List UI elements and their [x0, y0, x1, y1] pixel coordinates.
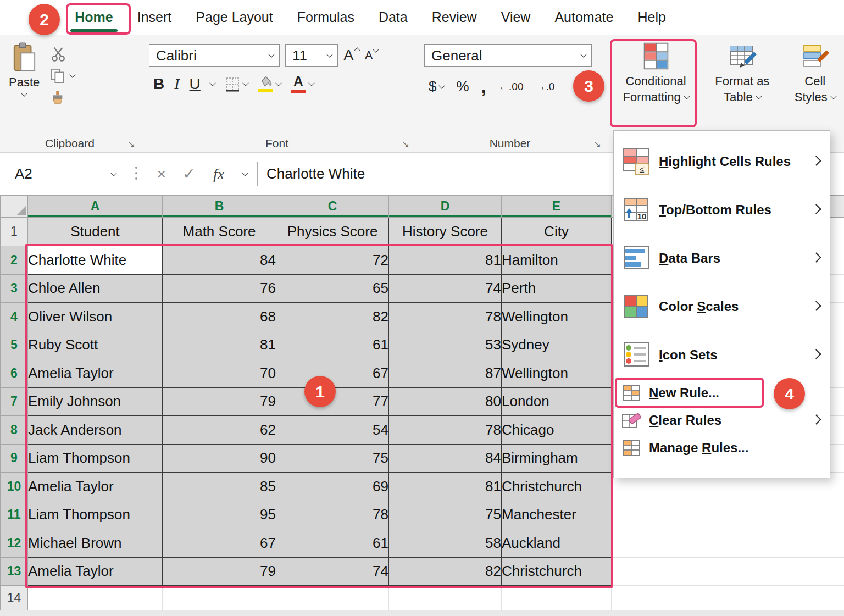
cell[interactable]: Math Score	[163, 218, 276, 246]
format-painter-button[interactable]	[51, 90, 75, 106]
cell[interactable]: Chloe Allen	[28, 274, 163, 303]
borders-button[interactable]	[225, 76, 248, 92]
cell[interactable]: 65	[276, 274, 389, 303]
select-all-corner[interactable]	[1, 196, 28, 218]
cell[interactable]: Amelia Taylor	[28, 473, 163, 501]
cell[interactable]: 78	[276, 501, 389, 529]
row-header[interactable]: 10	[1, 473, 28, 501]
cell[interactable]: 72	[276, 246, 389, 275]
column-header-d[interactable]: D	[389, 196, 502, 218]
cell[interactable]: 58	[389, 529, 502, 558]
cell[interactable]: 74	[389, 274, 502, 303]
cell[interactable]: 81	[389, 246, 502, 275]
cell[interactable]: Birmingham	[502, 444, 612, 473]
grow-font-button[interactable]: A	[343, 47, 359, 64]
fill-color-button[interactable]	[258, 75, 281, 92]
currency-button[interactable]: $	[429, 78, 444, 95]
cell[interactable]: 70	[163, 359, 276, 388]
menu-item-icon-sets[interactable]: Icon Sets	[614, 331, 830, 379]
enter-button[interactable]: ✓	[177, 162, 201, 186]
cell[interactable]: 80	[389, 387, 502, 416]
cell[interactable]	[612, 501, 728, 529]
cell-styles-button[interactable]: Cell Styles	[788, 42, 842, 105]
row-header[interactable]: 2	[1, 246, 28, 275]
row-header[interactable]: 3	[1, 274, 28, 303]
cell[interactable]: Michael Brown	[28, 529, 163, 558]
tab-insert[interactable]: Insert	[125, 0, 184, 35]
copy-button[interactable]	[51, 68, 75, 84]
cell[interactable]: 79	[163, 557, 276, 586]
cell[interactable]: 75	[276, 444, 389, 473]
cell[interactable]: Auckland	[502, 529, 612, 558]
cell[interactable]	[502, 586, 612, 611]
cell[interactable]: 78	[389, 416, 502, 445]
cell[interactable]	[612, 557, 728, 586]
shrink-font-button[interactable]: A	[365, 48, 379, 63]
decrease-decimal-button[interactable]: →.0	[535, 81, 554, 93]
tab-home[interactable]: Home	[63, 0, 125, 35]
menu-item-highlight-cells-rules[interactable]: ≤ Highlight Cells Rules	[614, 137, 830, 186]
cell[interactable]: Wellington	[502, 359, 612, 388]
column-header-b[interactable]: B	[163, 196, 276, 218]
cell[interactable]: 85	[163, 473, 276, 501]
cell[interactable]: 84	[163, 246, 276, 275]
percent-button[interactable]: %	[456, 78, 469, 95]
cell[interactable]: Emily Johnson	[28, 387, 163, 416]
tab-view[interactable]: View	[489, 0, 543, 35]
cell[interactable]: 81	[163, 331, 276, 359]
cell[interactable]: Perth	[502, 274, 612, 303]
cell[interactable]: Liam Thompson	[28, 501, 163, 529]
cell[interactable]: 62	[163, 416, 276, 445]
cell[interactable]	[728, 557, 844, 586]
tab-page-layout[interactable]: Page Layout	[184, 0, 285, 35]
row-header[interactable]: 9	[1, 444, 28, 473]
cell[interactable]: 54	[276, 416, 389, 445]
cell[interactable]: 82	[389, 557, 502, 586]
row-header[interactable]: 11	[1, 501, 28, 529]
chevron-down-icon[interactable]	[233, 162, 257, 186]
cell[interactable]	[28, 586, 163, 611]
cell[interactable]: Chicago	[502, 416, 612, 445]
cell[interactable]: Liam Thompson	[28, 444, 163, 473]
cell[interactable]	[389, 586, 502, 611]
cell[interactable]: 84	[389, 444, 502, 473]
cell[interactable]	[728, 501, 844, 529]
cell[interactable]	[728, 529, 844, 558]
column-header-a[interactable]: A	[28, 196, 163, 218]
menu-item-clear-rules[interactable]: Clear Rules	[614, 407, 830, 434]
conditional-formatting-button[interactable]: Conditional Formatting	[615, 42, 697, 105]
cell[interactable]: Jack Anderson	[28, 416, 163, 445]
cell[interactable]	[276, 586, 389, 611]
tab-help[interactable]: Help	[625, 0, 678, 35]
cell[interactable]: 79	[163, 387, 276, 416]
insert-function-button[interactable]: fx	[207, 162, 231, 186]
tab-data[interactable]: Data	[367, 0, 420, 35]
font-size-select[interactable]: 11	[285, 44, 338, 67]
cell[interactable]: 95	[163, 501, 276, 529]
column-header-c[interactable]: C	[276, 196, 389, 218]
row-header[interactable]: 7	[1, 387, 28, 416]
comma-style-button[interactable]: ,	[481, 76, 486, 97]
font-name-select[interactable]: Calibri	[149, 44, 280, 67]
cancel-button[interactable]: ×	[149, 162, 174, 186]
cell[interactable]: 75	[389, 501, 502, 529]
cell[interactable]: 61	[276, 331, 389, 359]
dialog-launcher-icon[interactable]: ↘	[128, 140, 135, 149]
cell[interactable]: Student	[28, 218, 163, 246]
cell[interactable]: 67	[163, 529, 276, 558]
column-header-e[interactable]: E	[502, 196, 612, 218]
cell[interactable]: City	[502, 218, 612, 246]
cell[interactable]: 61	[276, 529, 389, 558]
bold-button[interactable]: B	[153, 75, 164, 93]
row-header[interactable]: 8	[1, 416, 28, 445]
cell[interactable]: Hamilton	[502, 246, 612, 275]
menu-item-data-bars[interactable]: Data Bars	[614, 234, 830, 282]
cell[interactable]: Oliver Wilson	[28, 303, 163, 331]
cell[interactable]: 68	[163, 303, 276, 331]
cell[interactable]: London	[502, 387, 612, 416]
row-header[interactable]: 13	[1, 557, 28, 586]
active-cell[interactable]: Charlotte White	[28, 246, 163, 275]
increase-decimal-button[interactable]: ←.00	[498, 81, 523, 93]
row-header[interactable]: 4	[1, 303, 28, 331]
row-header[interactable]: 5	[1, 331, 28, 359]
